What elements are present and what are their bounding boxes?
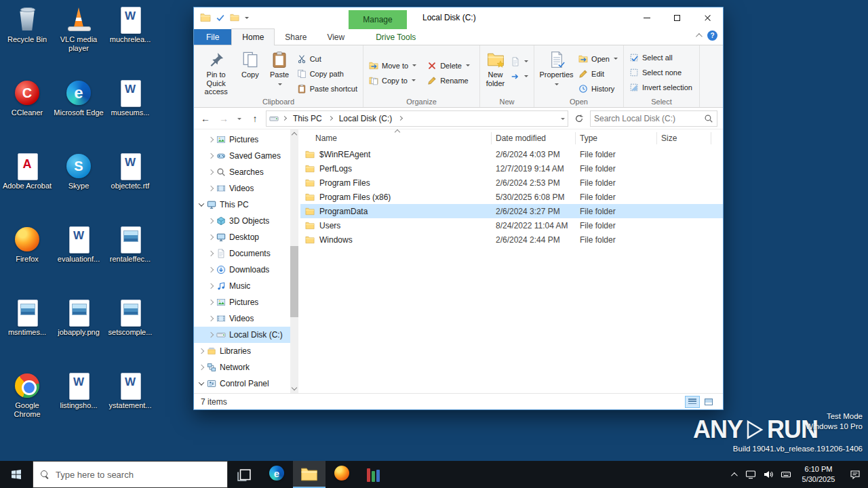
- nav-item-libraries[interactable]: Libraries: [194, 343, 290, 359]
- nav-item-saved-games[interactable]: Saved Games: [194, 148, 290, 164]
- open-button[interactable]: Open: [576, 52, 620, 66]
- nav-item-network[interactable]: Network: [194, 359, 290, 375]
- pin-to-quick-access-button[interactable]: Pin to Quick access: [197, 47, 235, 98]
- table-row[interactable]: Program Files 2/6/2024 2:53 PM File fold…: [300, 176, 723, 190]
- taskbar-firefox-button[interactable]: [326, 461, 358, 488]
- desktop-icon-firefox[interactable]: Firefox: [1, 224, 53, 297]
- desktop-icon-skype[interactable]: Skype: [53, 150, 104, 224]
- thumbnail-view-button[interactable]: [701, 396, 716, 408]
- action-center-button[interactable]: [842, 461, 868, 488]
- nav-item-this-pc[interactable]: This PC: [194, 197, 290, 213]
- nav-item-downloads[interactable]: Downloads: [194, 262, 290, 278]
- desktop-icon-ccleaner[interactable]: CCleaner: [1, 77, 53, 150]
- desktop-icon-google-chrome[interactable]: Google Chrome: [1, 370, 53, 443]
- breadcrumb[interactable]: This PC Local Disk (C:): [266, 110, 568, 127]
- table-row-selected[interactable]: ProgramData 2/6/2024 3:27 PM File folder: [300, 204, 723, 218]
- paste-shortcut-button[interactable]: Paste shortcut: [294, 81, 360, 96]
- volume-tray-button[interactable]: [760, 461, 777, 488]
- desktop-icon-objectetc[interactable]: objectetc.rtf: [104, 150, 156, 224]
- desktop-icon-recycle-bin[interactable]: Recycle Bin: [1, 4, 53, 77]
- column-header-date-modified[interactable]: Date modified: [492, 132, 576, 144]
- taskbar-clock[interactable]: 6:10 PM 5/30/2025: [795, 464, 842, 485]
- maximize-button[interactable]: [662, 7, 692, 28]
- nav-item-documents[interactable]: Documents: [194, 245, 290, 262]
- tray-expand-button[interactable]: [724, 461, 742, 488]
- table-row[interactable]: Program Files (x86) 5/30/2025 6:08 PM Fi…: [300, 190, 723, 204]
- copy-button[interactable]: Copy: [235, 47, 264, 81]
- taskbar-edge-button[interactable]: [260, 461, 293, 488]
- desktop-icon-setscomple[interactable]: setscomple...: [104, 297, 156, 370]
- manage-contextual-header[interactable]: Manage: [349, 10, 407, 29]
- desktop-icon-microsoft-edge[interactable]: Microsoft Edge: [53, 77, 104, 150]
- new-folder-button[interactable]: New folder: [483, 47, 508, 89]
- desktop-icon-muchrelea[interactable]: muchrelea...: [104, 4, 156, 77]
- customize-qat-caret-icon[interactable]: [245, 17, 249, 21]
- tab-view[interactable]: View: [317, 29, 355, 45]
- tab-file[interactable]: File: [194, 29, 231, 45]
- nav-item-3d-objects[interactable]: 3D Objects: [194, 213, 290, 229]
- desktop-icon-vlc[interactable]: VLC media player: [53, 4, 104, 77]
- nav-item-searches[interactable]: Searches: [194, 164, 290, 180]
- forward-button[interactable]: →: [216, 111, 231, 126]
- nav-item-control-panel[interactable]: Control Panel: [194, 375, 290, 392]
- taskbar-search[interactable]: Type here to search: [33, 461, 228, 488]
- desktop-icon-ystatement[interactable]: ystatement...: [104, 370, 156, 443]
- cut-button[interactable]: Cut: [294, 52, 360, 66]
- nav-item-videos[interactable]: Videos: [194, 180, 290, 197]
- move-to-button[interactable]: Move to: [366, 58, 419, 73]
- rename-button[interactable]: Rename: [425, 73, 473, 87]
- desktop-icon-msntimes[interactable]: msntimes...: [1, 297, 53, 370]
- network-tray-button[interactable]: [742, 461, 760, 488]
- desktop-icon-listingsho[interactable]: listingsho...: [53, 370, 104, 443]
- column-header-size[interactable]: Size: [657, 132, 711, 144]
- search-box[interactable]: [590, 110, 717, 127]
- taskbar-app-button[interactable]: [358, 461, 391, 488]
- address-history-caret-icon[interactable]: [561, 118, 565, 122]
- keyboard-tray-button[interactable]: [777, 461, 795, 488]
- breadcrumb-this-pc[interactable]: This PC: [290, 113, 325, 125]
- scroll-down-icon[interactable]: [292, 385, 297, 390]
- new-folder-quick-icon[interactable]: [230, 13, 239, 22]
- nav-item-videos-2[interactable]: Videos: [194, 310, 290, 327]
- table-row[interactable]: Windows 2/6/2024 2:44 PM File folder: [300, 232, 723, 247]
- scroll-up-icon[interactable]: [292, 132, 297, 138]
- collapse-ribbon-icon[interactable]: [696, 33, 703, 40]
- search-input[interactable]: [594, 114, 701, 123]
- invert-selection-button[interactable]: Invert selection: [627, 80, 695, 94]
- new-item-button[interactable]: [508, 54, 531, 68]
- title-bar[interactable]: Manage Local Disk (C:): [194, 7, 723, 28]
- desktop-icon-evaluationf[interactable]: evaluationf...: [53, 224, 104, 297]
- edit-button[interactable]: Edit: [576, 66, 620, 81]
- select-all-button[interactable]: Select all: [627, 50, 695, 64]
- easy-access-button[interactable]: [508, 69, 531, 83]
- select-none-button[interactable]: Select none: [627, 65, 695, 79]
- minimize-button[interactable]: [631, 7, 662, 28]
- table-row[interactable]: $WinREAgent 2/6/2024 4:03 PM File folder: [300, 147, 723, 161]
- desktop-icon-rentaleffec[interactable]: rentaleffec...: [104, 224, 156, 297]
- copy-path-button[interactable]: Copy path: [294, 66, 360, 81]
- breadcrumb-local-disk[interactable]: Local Disk (C:): [336, 113, 395, 125]
- desktop-icon-adobe-acrobat[interactable]: Adobe Acrobat: [1, 150, 53, 224]
- copy-to-button[interactable]: Copy to: [366, 73, 419, 87]
- desktop-icon-jobapply[interactable]: jobapply.png: [53, 297, 104, 370]
- desktop-icon-museums[interactable]: museums...: [104, 77, 156, 150]
- scrollbar-thumb[interactable]: [290, 246, 298, 317]
- nav-item-pictures[interactable]: Pictures: [194, 131, 290, 148]
- taskbar-file-explorer-button[interactable]: [293, 461, 326, 488]
- help-icon[interactable]: ?: [707, 30, 717, 41]
- nav-item-music[interactable]: Music: [194, 278, 290, 294]
- properties-quick-icon[interactable]: [216, 13, 225, 22]
- start-button[interactable]: [0, 461, 33, 488]
- nav-scrollbar[interactable]: [290, 129, 298, 393]
- nav-item-local-disk-c[interactable]: Local Disk (C:): [194, 327, 290, 343]
- refresh-button[interactable]: [572, 111, 587, 126]
- properties-button[interactable]: Properties: [537, 47, 576, 89]
- close-button[interactable]: [692, 7, 723, 28]
- task-view-button[interactable]: [228, 461, 260, 488]
- nav-item-desktop[interactable]: Desktop: [194, 229, 290, 245]
- table-row[interactable]: Users 8/24/2022 11:04 AM File folder: [300, 218, 723, 232]
- delete-button[interactable]: Delete: [425, 58, 473, 73]
- up-button[interactable]: ↑: [248, 111, 262, 126]
- tab-home[interactable]: Home: [231, 28, 275, 45]
- paste-button[interactable]: Paste: [265, 47, 294, 89]
